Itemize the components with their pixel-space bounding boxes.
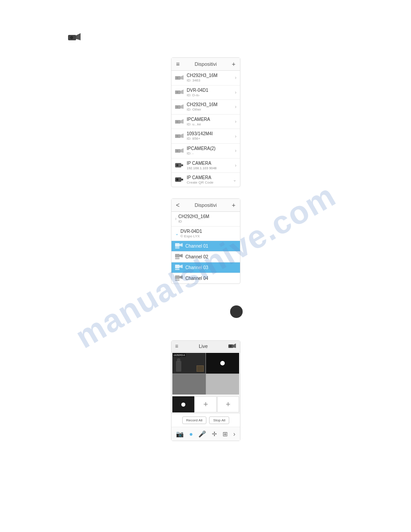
live-grid: ch292H3-A — [172, 353, 239, 395]
device-item[interactable]: IPCAMERA ID: u...ke › — [171, 115, 240, 129]
channel-cam-icon — [175, 275, 183, 281]
bottom-white-dot — [181, 403, 185, 407]
nav-camera-icon[interactable]: 📷 — [175, 429, 184, 438]
svg-point-15 — [176, 121, 178, 123]
live-title: Live — [199, 343, 208, 349]
device-name: 1093/142M4I — [187, 131, 235, 137]
device-info: 1093/142M4I ID: 856+ — [187, 131, 235, 141]
channel-item-02[interactable]: Channel 02 — [171, 252, 240, 262]
plus-icon-2: + — [226, 400, 231, 409]
device-item[interactable]: IPCAMERA(2) ID: - › — [171, 144, 240, 159]
add-device-icon[interactable]: + — [232, 60, 235, 68]
device-arrow-icon: › — [235, 119, 236, 124]
device-item-p2-dvr[interactable]: ⌄ DVR-04D1 © Espo LYX — [171, 227, 240, 241]
dark-dot-button[interactable] — [230, 305, 243, 318]
device-info: CH292H3_16M ID: Other — [187, 102, 235, 112]
device-info: IPCAMERA(2) ID: - — [187, 146, 235, 156]
channel-item-01[interactable]: Channel 01 — [171, 241, 240, 252]
live-menu-icon[interactable]: ≡ — [175, 343, 178, 349]
svg-marker-20 — [180, 148, 184, 153]
device-item[interactable]: 1093/142M4I ID: 856+ › — [171, 129, 240, 144]
nav-mic-icon[interactable]: 🎤 — [197, 429, 207, 438]
device-item-p2[interactable]: › CH292H3_16M ID — [171, 212, 240, 227]
device-name: DVR-04D1 — [187, 88, 235, 93]
nav-plus-nav-icon[interactable]: ✛ — [211, 429, 218, 438]
panel2-header: < Dispositivi + — [171, 199, 240, 212]
device-sub: Create QR Code — [187, 180, 233, 185]
device-ip-cam-icon — [175, 162, 184, 168]
record-all-button[interactable]: Record All — [182, 416, 206, 424]
device-info: IP CAMERA 192.168.1.103 9048 — [187, 161, 235, 170]
svg-point-9 — [176, 91, 178, 93]
nav-forward-icon[interactable]: › — [232, 429, 236, 438]
chevron-down-icon: ⌄ — [233, 177, 236, 182]
channel-name: Channel 03 — [185, 265, 208, 270]
live-view-panel: ≡ Live ch292H3-A — [171, 340, 240, 441]
expand-icon: › — [175, 216, 176, 221]
device-arrow-icon: › — [235, 163, 236, 168]
svg-rect-39 — [175, 275, 180, 279]
device-cam-icon — [175, 104, 184, 110]
svg-marker-14 — [180, 119, 184, 124]
device-arrow-icon: › — [235, 148, 236, 153]
device-sub: ID: 3463 — [187, 78, 235, 83]
device-item-ipcamera[interactable]: IP CAMERA 192.168.1.103 9048 › — [171, 159, 240, 173]
device-info: IP CAMERA Create QR Code — [187, 175, 233, 185]
svg-marker-38 — [180, 265, 183, 268]
channel-item-04[interactable]: Channel 04 — [171, 273, 240, 283]
live-header: ≡ Live — [171, 341, 240, 352]
svg-marker-17 — [180, 133, 184, 138]
device-item[interactable]: DVR-04D1 ID: D-is- › — [171, 86, 240, 100]
svg-rect-31 — [175, 247, 180, 249]
svg-marker-8 — [180, 90, 184, 94]
device-sub: ID: Other — [187, 107, 235, 112]
device-name: DVR-04D1 — [180, 229, 236, 234]
svg-rect-36 — [175, 265, 180, 268]
add-channel-icon[interactable]: + — [232, 202, 235, 209]
device-item[interactable]: CH292H3_16M ID: 3463 › — [171, 71, 240, 86]
device-cam-icon — [175, 148, 184, 154]
svg-marker-5 — [180, 75, 184, 80]
back-arrow-icon[interactable]: < — [176, 202, 180, 209]
nav-dot-icon[interactable]: ● — [188, 429, 193, 438]
svg-point-3 — [71, 37, 73, 39]
device-sub: 192.168.1.103 9048 — [187, 166, 235, 170]
svg-marker-41 — [180, 275, 183, 279]
channel-name: Channel 02 — [185, 254, 208, 259]
live-cell-feed-2 — [172, 374, 206, 395]
channel-item-03[interactable]: Channel 03 — [171, 262, 240, 273]
device-sub: ID — [178, 219, 236, 224]
feed-label: ch292H3-A — [173, 353, 186, 357]
security-camera-svg — [68, 32, 81, 42]
add-cell-1[interactable]: + — [195, 396, 217, 412]
svg-rect-25 — [181, 164, 183, 166]
device-arrow-icon: › — [235, 134, 236, 139]
device-sub: ID: D-is- — [187, 93, 235, 98]
live-cell-feed-1: ch292H3-A — [172, 353, 206, 373]
svg-rect-30 — [175, 243, 180, 247]
device-name: CH292H3_16M — [178, 214, 236, 219]
device-info: CH292H3_16M ID — [178, 214, 236, 224]
device-item-ipcamera-qr[interactable]: IP CAMERA Create QR Code ⌄ — [171, 173, 240, 187]
devices-panel-2: < Dispositivi + › CH292H3_16M ID ⌄ DVR-0… — [171, 198, 240, 284]
stop-all-button[interactable]: Stop All — [209, 416, 229, 424]
live-camera-icon — [228, 343, 236, 349]
svg-point-12 — [176, 106, 178, 108]
nav-grid-icon[interactable]: ⊞ — [222, 429, 229, 438]
channel-cam-icon — [175, 254, 183, 260]
device-item[interactable]: CH292H3_16M ID: Other › — [171, 100, 240, 115]
panel2-title: Dispositivi — [195, 202, 217, 208]
plus-icon-1: + — [203, 400, 208, 409]
add-cell-2[interactable]: + — [217, 396, 239, 412]
svg-rect-34 — [175, 258, 180, 259]
svg-rect-37 — [175, 269, 180, 270]
app-logo-icon — [68, 32, 81, 44]
live-cell-dot-1 — [206, 353, 239, 373]
svg-marker-35 — [180, 254, 183, 257]
svg-point-18 — [176, 135, 178, 137]
channel-name: Channel 01 — [185, 244, 208, 249]
menu-icon[interactable]: ≡ — [176, 60, 180, 68]
svg-point-6 — [176, 77, 178, 79]
panel1-title: Dispositivi — [195, 61, 217, 67]
device-name: CH292H3_16M — [187, 73, 235, 78]
